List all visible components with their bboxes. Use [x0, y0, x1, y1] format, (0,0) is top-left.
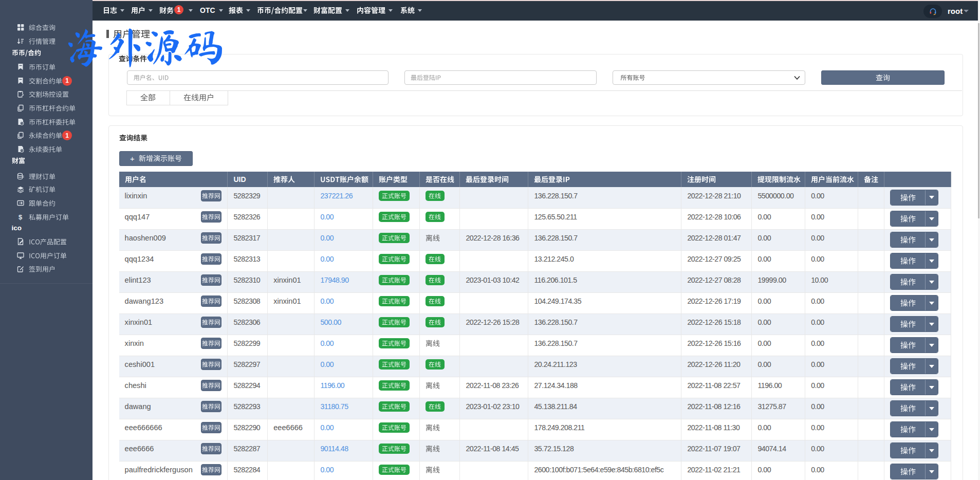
svg-text:$: $ — [19, 213, 23, 221]
